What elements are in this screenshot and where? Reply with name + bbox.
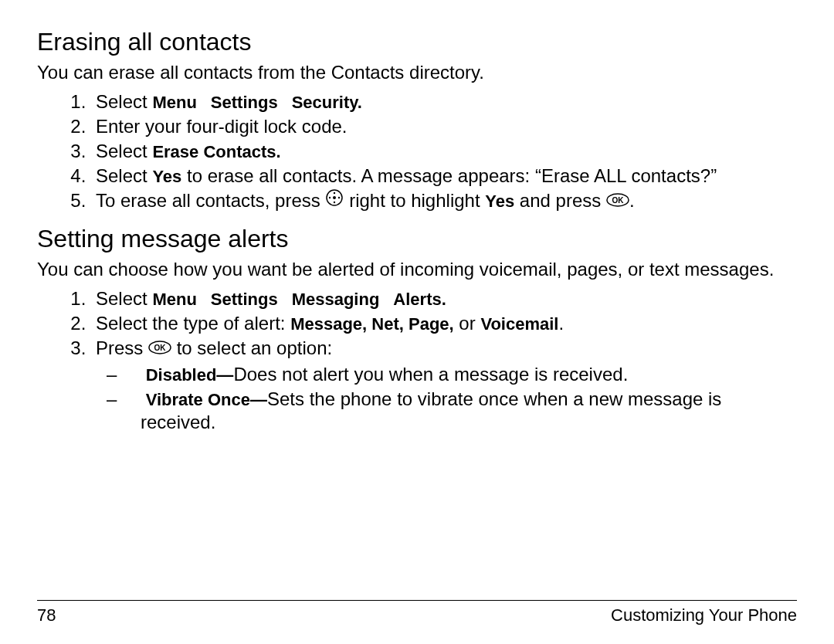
menu-path-item: Menu — [152, 93, 196, 112]
step-4: Select Yes to erase all contacts. A mess… — [91, 164, 797, 188]
svg-point-2 — [334, 192, 335, 194]
sub-option-vibrate-once: Vibrate Once—Sets the phone to vibrate o… — [124, 388, 797, 434]
bold-label: Yes — [152, 167, 181, 186]
heading-erasing-contacts: Erasing all contacts — [37, 28, 797, 56]
option-name: Disabled— — [146, 365, 234, 385]
page-number: 78 — [37, 605, 56, 625]
intro-message-alerts: You can choose how you want be alerted o… — [37, 258, 797, 281]
chapter-title: Customizing Your Phone — [611, 605, 797, 625]
sub-options: Disabled—Does not alert you when a messa… — [96, 363, 797, 434]
option-desc: Does not alert you when a message is rec… — [233, 364, 628, 385]
heading-message-alerts: Setting message alerts — [37, 225, 797, 253]
step-text: or — [454, 313, 481, 334]
step-text: Press — [96, 337, 148, 358]
svg-text:OK: OK — [154, 344, 167, 352]
menu-path-item: Menu — [152, 290, 196, 309]
intro-erasing-contacts: You can erase all contacts from the Cont… — [37, 61, 797, 84]
step-text: to erase all contacts. A message appears… — [181, 165, 717, 186]
step-text: Select — [96, 288, 152, 309]
page-footer: 78 Customizing Your Phone — [37, 600, 797, 625]
ok-button-icon: OK — [148, 337, 171, 360]
ok-button-icon: OK — [606, 189, 629, 212]
step-text: Select — [96, 165, 152, 186]
step-text: to select an option: — [171, 337, 332, 358]
manual-page: Erasing all contacts You can erase all c… — [0, 0, 834, 644]
steps-erasing-contacts: Select MenuSettingsSecurity. Enter your … — [37, 90, 797, 214]
svg-point-5 — [338, 197, 340, 198]
menu-path-item: Settings — [211, 290, 278, 309]
bold-label: Voicemail — [480, 314, 558, 334]
nav-dpad-icon — [325, 188, 344, 212]
step-1: Select MenuSettingsSecurity. — [91, 90, 797, 114]
menu-path-item: Messaging — [292, 290, 380, 309]
step-text: Select the type of alert: — [96, 313, 290, 334]
bold-label: Message, Net, Page, — [290, 314, 454, 334]
menu-path-item: Security. — [292, 93, 362, 112]
footer-rule — [37, 600, 797, 601]
option-name: Vibrate Once— — [146, 390, 267, 409]
step-text: right to highlight — [344, 190, 485, 211]
step-text: . — [629, 190, 635, 211]
step-3: Select Erase Contacts. — [91, 140, 797, 163]
svg-point-1 — [333, 196, 336, 199]
step-2: Select the type of alert: Message, Net, … — [91, 312, 797, 335]
step-2: Enter your four-digit lock code. — [91, 115, 797, 138]
step-text: Select — [96, 91, 152, 112]
step-1: Select MenuSettingsMessagingAlerts. — [91, 287, 797, 310]
menu-path-item: Alerts. — [393, 290, 446, 309]
svg-point-4 — [329, 197, 331, 198]
step-text: To erase all contacts, press — [96, 190, 325, 211]
bold-label: Erase Contacts. — [152, 142, 280, 161]
step-text: . — [558, 313, 564, 334]
step-3: Press OK to select an option: Disabled—D… — [91, 337, 797, 434]
step-text: Select — [96, 141, 152, 161]
step-5: To erase all contacts, press right to hi… — [91, 189, 797, 214]
svg-text:OK: OK — [612, 196, 624, 205]
step-text: and press — [514, 190, 606, 211]
sub-option-disabled: Disabled—Does not alert you when a messa… — [124, 363, 797, 386]
svg-point-3 — [334, 202, 335, 203]
steps-message-alerts: Select MenuSettingsMessagingAlerts. Sele… — [37, 287, 797, 434]
bold-label: Yes — [485, 192, 514, 211]
menu-path-item: Settings — [211, 93, 278, 112]
